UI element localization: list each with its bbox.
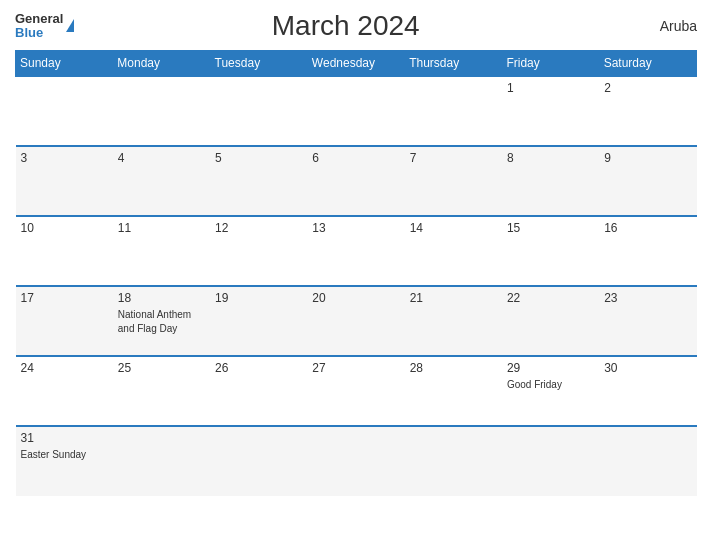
header-wednesday: Wednesday — [307, 51, 404, 77]
calendar-page: General Blue March 2024 Aruba Sunday Mon… — [0, 0, 712, 550]
country-label: Aruba — [617, 18, 697, 34]
calendar-cell: 25 — [113, 356, 210, 426]
calendar-cell: 27 — [307, 356, 404, 426]
day-number: 24 — [21, 361, 108, 375]
calendar-cell: 14 — [405, 216, 502, 286]
calendar-cell — [210, 76, 307, 146]
calendar-cell: 12 — [210, 216, 307, 286]
calendar-cell: 10 — [16, 216, 113, 286]
day-number: 10 — [21, 221, 108, 235]
day-number: 22 — [507, 291, 594, 305]
day-number: 2 — [604, 81, 691, 95]
calendar-cell: 13 — [307, 216, 404, 286]
calendar-cell: 16 — [599, 216, 696, 286]
day-number: 6 — [312, 151, 399, 165]
page-header: General Blue March 2024 Aruba — [15, 10, 697, 42]
header-saturday: Saturday — [599, 51, 696, 77]
day-number: 12 — [215, 221, 302, 235]
day-number: 20 — [312, 291, 399, 305]
calendar-cell: 26 — [210, 356, 307, 426]
logo: General Blue — [15, 12, 74, 41]
event-label: Good Friday — [507, 379, 562, 390]
calendar-cell: 28 — [405, 356, 502, 426]
day-number: 4 — [118, 151, 205, 165]
day-number: 31 — [21, 431, 108, 445]
day-number: 14 — [410, 221, 497, 235]
day-number: 30 — [604, 361, 691, 375]
calendar-cell — [16, 76, 113, 146]
day-number: 26 — [215, 361, 302, 375]
calendar-cell — [599, 426, 696, 496]
day-number: 28 — [410, 361, 497, 375]
day-number: 9 — [604, 151, 691, 165]
calendar-cell — [210, 426, 307, 496]
calendar-cell: 31Easter Sunday — [16, 426, 113, 496]
calendar-cell — [307, 76, 404, 146]
calendar-cell: 15 — [502, 216, 599, 286]
calendar-cell: 8 — [502, 146, 599, 216]
day-number: 29 — [507, 361, 594, 375]
day-number: 21 — [410, 291, 497, 305]
calendar-row: 3456789 — [16, 146, 697, 216]
calendar-cell: 19 — [210, 286, 307, 356]
calendar-cell — [113, 426, 210, 496]
header-friday: Friday — [502, 51, 599, 77]
calendar-cell: 29Good Friday — [502, 356, 599, 426]
day-number: 7 — [410, 151, 497, 165]
calendar-cell: 9 — [599, 146, 696, 216]
calendar-cell: 23 — [599, 286, 696, 356]
calendar-cell: 11 — [113, 216, 210, 286]
calendar-cell — [502, 426, 599, 496]
calendar-body: 123456789101112131415161718National Anth… — [16, 76, 697, 496]
calendar-cell: 7 — [405, 146, 502, 216]
day-number: 18 — [118, 291, 205, 305]
day-number: 5 — [215, 151, 302, 165]
calendar-cell: 1 — [502, 76, 599, 146]
calendar-table: Sunday Monday Tuesday Wednesday Thursday… — [15, 50, 697, 496]
calendar-cell — [405, 426, 502, 496]
calendar-cell — [405, 76, 502, 146]
calendar-cell — [307, 426, 404, 496]
calendar-cell: 4 — [113, 146, 210, 216]
logo-general-text: General — [15, 12, 63, 26]
logo-triangle-icon — [66, 19, 74, 32]
header-monday: Monday — [113, 51, 210, 77]
calendar-cell: 2 — [599, 76, 696, 146]
calendar-cell: 3 — [16, 146, 113, 216]
calendar-cell: 18National Anthemand Flag Day — [113, 286, 210, 356]
calendar-title: March 2024 — [74, 10, 617, 42]
calendar-cell: 20 — [307, 286, 404, 356]
day-number: 3 — [21, 151, 108, 165]
calendar-cell — [113, 76, 210, 146]
day-number: 23 — [604, 291, 691, 305]
event-label: National Anthemand Flag Day — [118, 309, 191, 334]
day-number: 1 — [507, 81, 594, 95]
calendar-cell: 22 — [502, 286, 599, 356]
logo-blue-text: Blue — [15, 26, 63, 40]
header-tuesday: Tuesday — [210, 51, 307, 77]
day-number: 13 — [312, 221, 399, 235]
day-number: 25 — [118, 361, 205, 375]
day-number: 27 — [312, 361, 399, 375]
event-label: Easter Sunday — [21, 449, 87, 460]
day-number: 19 — [215, 291, 302, 305]
calendar-row: 12 — [16, 76, 697, 146]
weekday-header-row: Sunday Monday Tuesday Wednesday Thursday… — [16, 51, 697, 77]
calendar-header: Sunday Monday Tuesday Wednesday Thursday… — [16, 51, 697, 77]
header-sunday: Sunday — [16, 51, 113, 77]
calendar-cell: 5 — [210, 146, 307, 216]
calendar-row: 10111213141516 — [16, 216, 697, 286]
calendar-row: 31Easter Sunday — [16, 426, 697, 496]
calendar-cell: 17 — [16, 286, 113, 356]
day-number: 17 — [21, 291, 108, 305]
day-number: 11 — [118, 221, 205, 235]
calendar-cell: 30 — [599, 356, 696, 426]
day-number: 16 — [604, 221, 691, 235]
calendar-row: 242526272829Good Friday30 — [16, 356, 697, 426]
day-number: 15 — [507, 221, 594, 235]
header-thursday: Thursday — [405, 51, 502, 77]
calendar-cell: 24 — [16, 356, 113, 426]
day-number: 8 — [507, 151, 594, 165]
calendar-cell: 6 — [307, 146, 404, 216]
calendar-cell: 21 — [405, 286, 502, 356]
